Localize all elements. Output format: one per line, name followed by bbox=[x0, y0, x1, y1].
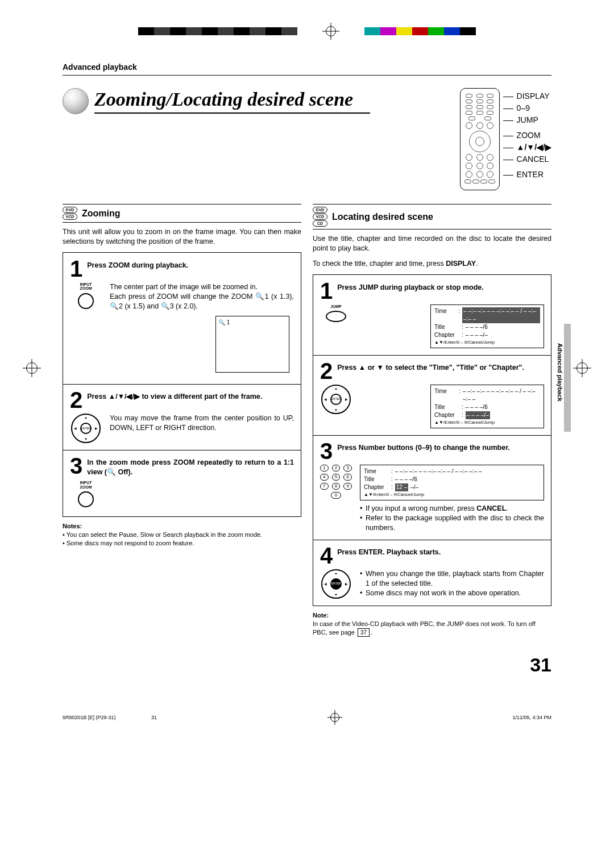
zoom-button-icon-2: INPUT ZOOM bbox=[70, 481, 102, 510]
step-number-2b: 2 bbox=[320, 361, 333, 381]
locate-step4-bullet2: Some discs may not work in the above ope… bbox=[360, 589, 544, 598]
osd-panel-3: Time:– –:– –:– – – –:– –:– – / – –:– –:–… bbox=[360, 465, 544, 500]
step-number-1b: 1 bbox=[320, 281, 333, 301]
reg-crosshair-top bbox=[322, 23, 339, 40]
reg-crosshair-right bbox=[573, 359, 591, 377]
locate-step-1: 1 Press JUMP during playback or stop mod… bbox=[313, 274, 551, 356]
side-gray-tab bbox=[564, 324, 571, 432]
locate-step3-title: Press Number buttons (0–9) to change the… bbox=[337, 441, 544, 453]
step-number-1: 1 bbox=[70, 258, 82, 279]
locate-notes: Note: In case of the Video-CD playback w… bbox=[313, 611, 551, 637]
zooming-intro: This unit will allow you to zoom in on t… bbox=[63, 227, 301, 247]
step-number-3: 3 bbox=[70, 456, 82, 476]
label-display: DISPLAY bbox=[503, 90, 551, 102]
label-zoom: ZOOM bbox=[503, 130, 551, 141]
zoom-note-1: You can select the Pause, Slow or Search… bbox=[63, 531, 301, 539]
locate-step-3: 3 Press Number buttons (0–9) to change t… bbox=[313, 435, 551, 540]
zoom-button-icon: INPUT ZOOM bbox=[70, 282, 102, 311]
locate-step4-title: Press ENTER. Playback starts. bbox=[337, 545, 544, 557]
footer-left: 5R80201B [E] (P28-31) 31 bbox=[63, 715, 157, 720]
label-arrows: ▲/▼/◀/▶ bbox=[503, 141, 551, 153]
reg-black-swatches bbox=[138, 27, 297, 35]
zoom-step2-title: Press ▲/▼/◀/▶ to view a different part o… bbox=[87, 390, 294, 402]
osd-panel-2: Time:– –:– –:– – – –:– –:– – / – –:– –:–… bbox=[430, 385, 544, 428]
zoom-step1-body1: The center part of the image will be zoo… bbox=[110, 282, 294, 292]
zoom-step-2: 2 Press ▲/▼/◀/▶ to view a different part… bbox=[63, 384, 301, 450]
side-section-tab: Advanced playback bbox=[556, 341, 564, 404]
locate-step2-title: Press ▲ or ▼ to select the "Time", "Titl… bbox=[337, 361, 544, 373]
locating-title: Locating desired scene bbox=[332, 211, 433, 223]
step-number-3b: 3 bbox=[320, 441, 333, 461]
step-number-2: 2 bbox=[70, 390, 82, 410]
locate-step4-bullet1: When you change the title, playback star… bbox=[360, 569, 544, 589]
zoom-notes: Notes: You can select the Pause, Slow or… bbox=[63, 522, 301, 548]
zoom-step1-body2: Each press of ZOOM will change the ZOOM … bbox=[110, 292, 294, 311]
zoom-note-2: Some discs may not respond to zoom featu… bbox=[63, 539, 301, 548]
label-cancel: CANCEL bbox=[503, 153, 551, 165]
dpad-icon-2: ENTER▲▼◀▶ bbox=[320, 385, 352, 414]
dpad-icon-3: ENTER▲▼◀▶ bbox=[320, 569, 352, 599]
label-jump: JUMP bbox=[503, 114, 551, 126]
locating-intro1: Use the title, chapter and time recorded… bbox=[313, 234, 551, 253]
zoom-step-3: 3 In the zoom mode press ZOOM repeatedly… bbox=[63, 450, 301, 517]
zoom-step-1: 1 Press ZOOM during playback. INPUT ZOOM… bbox=[63, 252, 301, 385]
page-number: 31 bbox=[63, 654, 551, 676]
locate-step-2: 2 Press ▲ or ▼ to select the "Time", "Ti… bbox=[313, 355, 551, 436]
step-number-4: 4 bbox=[320, 545, 333, 566]
reg-color-swatches bbox=[364, 27, 476, 35]
locate-step1-title: Press JUMP during playback or stop mode. bbox=[337, 281, 544, 293]
numpad-icon: 123 456 789 0 bbox=[320, 465, 352, 501]
hero-sphere-icon bbox=[63, 88, 89, 114]
reg-crosshair-bottom bbox=[327, 710, 342, 725]
remote-callouts: DISPLAY 0–9 JUMP ZOOM ▲/▼/◀/▶ CANCEL ENT… bbox=[503, 90, 551, 181]
locate-step-4: 4 Press ENTER. Playback starts. ENTER▲▼◀… bbox=[313, 540, 551, 606]
footer-right: 1/11/05, 4:34 PM bbox=[512, 715, 551, 720]
locate-step3-bullet1: If you input a wrong number, press CANCE… bbox=[360, 504, 544, 514]
label-enter: ENTER bbox=[503, 169, 551, 181]
jump-button-icon: JUMP bbox=[320, 304, 352, 325]
zoom-osd-box: 🔍 1 bbox=[215, 316, 289, 373]
zoom-step1-title: Press ZOOM during playback. bbox=[87, 258, 294, 270]
dpad-icon: ENTER▲▼◀▶ bbox=[70, 414, 102, 443]
disc-badges-locate: DVDVCDCD bbox=[313, 207, 327, 227]
registration-marks-top bbox=[63, 23, 551, 40]
osd-panel-1: Time:– –:– –:– – – –:– –:– – / – –:– –:–… bbox=[430, 304, 544, 348]
reg-crosshair-left bbox=[23, 359, 41, 377]
locating-intro2: To check the title, chapter and time, pr… bbox=[313, 259, 551, 269]
label-digits: 0–9 bbox=[503, 102, 551, 114]
section-header: Advanced playback bbox=[63, 62, 551, 76]
zooming-title: Zooming bbox=[82, 207, 121, 220]
footer: 5R80201B [E] (P28-31) 31 1/11/05, 4:34 P… bbox=[63, 710, 551, 725]
disc-badges-zoom: DVDVCD bbox=[63, 207, 77, 220]
zoom-step2-body: You may move the frame from the center p… bbox=[110, 414, 294, 433]
locate-step3-bullet2: Refer to the package supplied with the d… bbox=[360, 514, 544, 533]
hero-title: Zooming/Locating desired scene bbox=[94, 89, 370, 114]
remote-illustration bbox=[460, 88, 500, 190]
zoom-step3-title: In the zoom mode press ZOOM repeatedly t… bbox=[87, 456, 294, 477]
